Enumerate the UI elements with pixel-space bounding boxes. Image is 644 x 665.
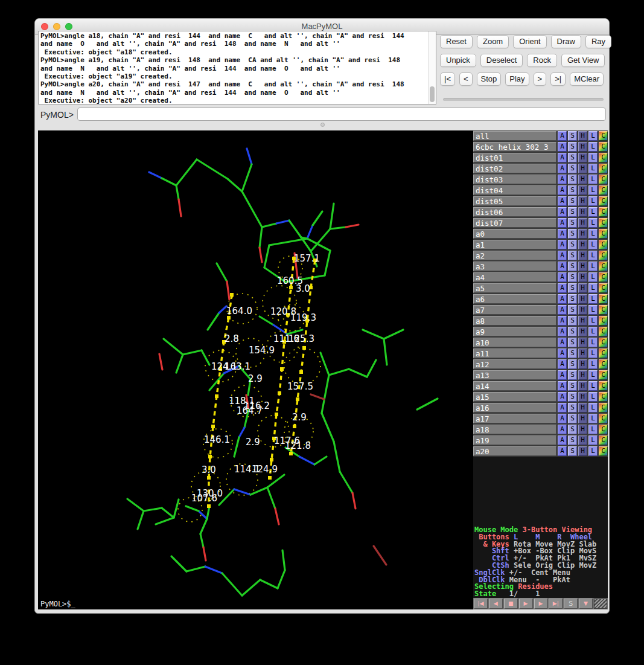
step-back-button[interactable]: ◀ <box>489 599 503 609</box>
toolbar-button-zoom[interactable]: Zoom <box>477 35 509 48</box>
object-c-menu-button[interactable]: C <box>599 153 608 162</box>
object-h-menu-button[interactable]: H <box>578 425 587 434</box>
object-h-menu-button[interactable]: H <box>578 262 587 271</box>
object-l-menu-button[interactable]: L <box>588 392 598 402</box>
object-name-dist07[interactable]: dist07 <box>473 218 556 228</box>
toolbar-button-reset[interactable]: Reset <box>440 35 473 48</box>
object-c-menu-button[interactable]: C <box>599 392 608 402</box>
object-a-menu-button[interactable]: A <box>558 185 567 195</box>
object-name-a0[interactable]: a0 <box>473 229 556 239</box>
object-a-menu-button[interactable]: A <box>558 294 567 304</box>
object-l-menu-button[interactable]: L <box>588 272 598 282</box>
object-a-menu-button[interactable]: A <box>558 164 567 173</box>
object-l-menu-button[interactable]: L <box>588 131 598 141</box>
object-h-menu-button[interactable]: H <box>578 218 587 228</box>
object-h-menu-button[interactable]: H <box>578 229 587 239</box>
object-a-menu-button[interactable]: A <box>558 359 567 369</box>
object-h-menu-button[interactable]: H <box>578 251 587 260</box>
object-s-menu-button[interactable]: S <box>568 381 577 391</box>
object-a-menu-button[interactable]: A <box>558 349 567 358</box>
object-c-menu-button[interactable]: C <box>599 414 608 423</box>
object-l-menu-button[interactable]: L <box>588 327 598 336</box>
object-a-menu-button[interactable]: A <box>558 403 567 413</box>
object-h-menu-button[interactable]: H <box>578 131 587 141</box>
object-c-menu-button[interactable]: C <box>599 425 608 434</box>
object-h-menu-button[interactable]: H <box>578 283 587 293</box>
object-a-menu-button[interactable]: A <box>558 446 567 456</box>
object-s-menu-button[interactable]: S <box>568 370 577 380</box>
object-name-a4[interactable]: a4 <box>473 272 556 282</box>
object-c-menu-button[interactable]: C <box>599 185 608 195</box>
object-a-menu-button[interactable]: A <box>558 272 567 282</box>
object-name-dist01[interactable]: dist01 <box>473 153 556 162</box>
object-name-a3[interactable]: a3 <box>473 262 556 271</box>
toolbar-button--[interactable]: > <box>534 72 547 86</box>
object-l-menu-button[interactable]: L <box>588 359 598 369</box>
s-button[interactable]: S <box>564 599 578 609</box>
object-name-a11[interactable]: a11 <box>473 349 556 358</box>
toolbar-button-deselect[interactable]: Deselect <box>480 54 523 67</box>
object-a-menu-button[interactable]: A <box>558 392 567 402</box>
object-c-menu-button[interactable]: C <box>599 229 608 239</box>
object-name-dist04[interactable]: dist04 <box>473 185 556 195</box>
object-name-a7[interactable]: a7 <box>473 305 556 315</box>
object-c-menu-button[interactable]: C <box>599 142 608 152</box>
console-scrollbar-thumb[interactable] <box>430 86 435 102</box>
object-a-menu-button[interactable]: A <box>558 196 567 206</box>
object-h-menu-button[interactable]: H <box>578 381 587 391</box>
object-c-menu-button[interactable]: C <box>599 240 608 249</box>
object-h-menu-button[interactable]: H <box>578 305 587 315</box>
pymol-command-input[interactable] <box>77 108 606 121</box>
object-a-menu-button[interactable]: A <box>558 262 567 271</box>
object-name-a1[interactable]: a1 <box>473 240 556 249</box>
object-a-menu-button[interactable]: A <box>558 218 567 228</box>
object-name-dist02[interactable]: dist02 <box>473 164 556 173</box>
object-s-menu-button[interactable]: S <box>568 425 577 434</box>
object-c-menu-button[interactable]: C <box>599 327 608 336</box>
object-s-menu-button[interactable]: S <box>568 218 577 228</box>
object-c-menu-button[interactable]: C <box>599 294 608 304</box>
object-c-menu-button[interactable]: C <box>599 359 608 369</box>
object-h-menu-button[interactable]: H <box>578 175 587 184</box>
object-a-menu-button[interactable]: A <box>558 153 567 162</box>
object-name-6cbc_helix_302_3[interactable]: 6cbc_helix_302_3 <box>473 142 556 152</box>
object-h-menu-button[interactable]: H <box>578 272 587 282</box>
toolbar-button--[interactable]: >| <box>550 72 566 86</box>
object-name-a19[interactable]: a19 <box>473 435 556 445</box>
object-s-menu-button[interactable]: S <box>568 196 577 206</box>
object-l-menu-button[interactable]: L <box>588 164 598 173</box>
object-name-a13[interactable]: a13 <box>473 370 556 380</box>
object-c-menu-button[interactable]: C <box>599 316 608 326</box>
object-c-menu-button[interactable]: C <box>599 370 608 380</box>
object-s-menu-button[interactable]: S <box>568 294 577 304</box>
object-h-menu-button[interactable]: H <box>578 153 587 162</box>
object-h-menu-button[interactable]: H <box>578 142 587 152</box>
object-s-menu-button[interactable]: S <box>568 403 577 413</box>
toolbar-button--[interactable]: < <box>459 72 473 86</box>
object-h-menu-button[interactable]: H <box>578 370 587 380</box>
object-l-menu-button[interactable]: L <box>588 435 598 445</box>
object-s-menu-button[interactable]: S <box>568 251 577 260</box>
toolbar-button-draw[interactable]: Draw <box>551 35 581 48</box>
object-s-menu-button[interactable]: S <box>568 185 577 195</box>
object-name-all[interactable]: all <box>473 131 556 141</box>
object-a-menu-button[interactable]: A <box>558 370 567 380</box>
object-l-menu-button[interactable]: L <box>588 294 598 304</box>
object-l-menu-button[interactable]: L <box>588 338 598 347</box>
object-name-a20[interactable]: a20 <box>473 446 556 456</box>
object-name-a5[interactable]: a5 <box>473 283 556 293</box>
object-c-menu-button[interactable]: C <box>599 218 608 228</box>
object-h-menu-button[interactable]: H <box>578 414 587 423</box>
object-l-menu-button[interactable]: L <box>588 425 598 434</box>
object-s-menu-button[interactable]: S <box>568 164 577 173</box>
object-l-menu-button[interactable]: L <box>588 446 598 456</box>
object-h-menu-button[interactable]: H <box>578 349 587 358</box>
object-h-menu-button[interactable]: H <box>578 359 587 369</box>
object-name-a15[interactable]: a15 <box>473 392 556 402</box>
object-h-menu-button[interactable]: H <box>578 392 587 402</box>
object-h-menu-button[interactable]: H <box>578 316 587 326</box>
object-s-menu-button[interactable]: S <box>568 240 577 249</box>
object-name-a17[interactable]: a17 <box>473 414 556 423</box>
object-h-menu-button[interactable]: H <box>578 294 587 304</box>
object-c-menu-button[interactable]: C <box>599 207 608 217</box>
